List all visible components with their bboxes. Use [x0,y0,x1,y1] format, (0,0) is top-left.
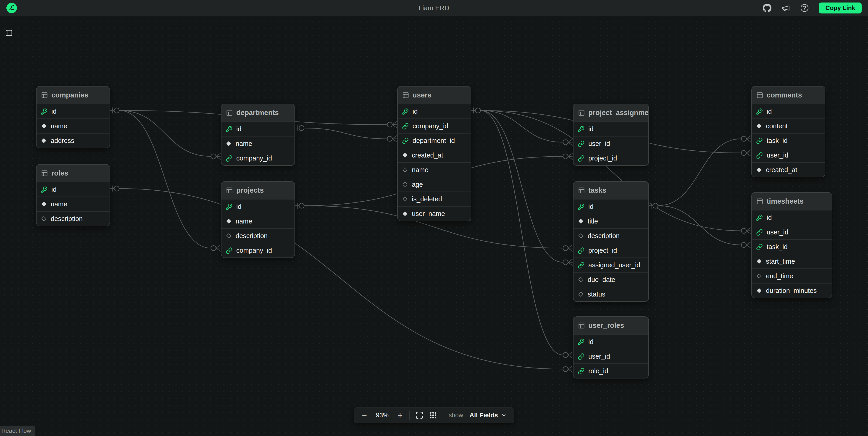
canvas-toolbar: − 93% + show All Fields [354,407,514,423]
not-null-diamond-icon [756,123,762,129]
column-name: task_id [767,243,788,251]
nullable-diamond-icon [41,216,47,222]
nullable-diamond-icon [402,196,408,202]
column-name: company_id [236,247,272,254]
column-name: address [51,137,74,145]
column-comments-id: id [752,104,825,119]
primary-key-icon [402,108,409,115]
column-name: project_id [588,247,617,254]
edge-tasks.id-timesheets.task_id [648,203,751,248]
zoom-out-button[interactable]: − [361,411,368,419]
table-node-user_roles[interactable]: user_rolesiduser_idrole_id [573,316,649,378]
table-node-users[interactable]: usersidcompany_iddepartment_idcreated_at… [397,86,471,221]
megaphone-icon[interactable] [781,4,790,12]
column-name: id [236,203,242,211]
table-header-timesheets: timesheets [752,193,832,210]
table-node-projects[interactable]: projectsidnamedescriptioncompany_id [221,181,295,258]
relationship-edges [0,16,868,436]
github-icon[interactable] [763,4,771,12]
column-name: start_time [766,258,795,265]
column-projects-description: description [221,228,294,243]
foreign-key-link-icon [578,155,584,162]
table-name: project_assignme... [588,108,648,117]
not-null-diamond-icon [756,288,762,293]
not-null-diamond-icon [402,152,408,158]
column-companies-address: address [36,133,110,148]
table-icon [41,170,48,177]
table-header-users: users [398,87,471,104]
table-name: roles [51,169,68,177]
copy-link-button[interactable]: Copy Link [819,2,862,13]
column-name: id [236,125,242,133]
column-departments-id: id [221,121,294,136]
table-node-companies[interactable]: companiesidnameaddress [36,86,110,148]
nullable-diamond-icon [226,233,232,239]
foreign-key-link-icon [578,262,584,269]
edge-users.id-project_assignments.user_id [470,107,572,146]
table-node-departments[interactable]: departmentsidnamecompany_id [221,104,295,166]
fields-filter-select[interactable]: All Fields [468,412,507,419]
column-comments-task_id: task_id [752,133,825,148]
column-name: content [766,122,788,130]
fit-view-icon[interactable] [415,411,424,419]
column-name: company_id [412,122,448,130]
help-circle-icon[interactable] [800,4,809,12]
topbar-actions: Copy Link [763,2,862,13]
nullable-diamond-icon [578,291,584,297]
panel-left-toggle-icon[interactable] [4,28,14,38]
table-node-timesheets[interactable]: timesheetsiduser_idtask_idstart_timeend_… [751,192,832,298]
primary-key-icon [41,108,48,115]
column-name: created_at [412,152,443,159]
not-null-diamond-icon [226,218,232,224]
column-name: is_deleted [412,195,442,203]
column-name: id [767,214,772,221]
column-roles-id: id [36,182,110,196]
not-null-diamond-icon [226,141,232,147]
table-icon [756,92,763,99]
table-header-departments: departments [221,104,294,121]
react-flow-attribution[interactable]: React Flow [0,426,35,436]
edge-users.id-tasks.assigned_user_id [470,107,572,266]
liam-logo-glyph: ℒ [9,4,14,11]
table-node-roles[interactable]: rolesidnamedescription [36,164,110,226]
column-departments-company_id: company_id [221,151,294,165]
table-node-tasks[interactable]: tasksidtitledescriptionproject_idassigne… [573,181,649,302]
table-node-project_assignments[interactable]: project_assignme...iduser_idproject_id [573,104,649,166]
table-header-comments: comments [752,87,825,104]
nullable-diamond-icon [578,277,584,283]
column-name: assigned_user_id [588,261,640,269]
table-header-user_roles: user_roles [574,317,648,334]
foreign-key-link-icon [578,353,584,360]
primary-key-icon [226,204,232,210]
zoom-in-button[interactable]: + [396,411,404,419]
column-name: description [236,232,268,240]
foreign-key-link-icon [402,137,409,144]
table-name: projects [236,186,264,194]
not-null-diamond-icon [41,201,47,207]
erd-canvas[interactable]: companiesidnameaddressrolesidnamedescrip… [0,16,868,436]
table-icon [578,187,585,194]
column-projects-id: id [221,199,294,214]
page-title: Liam ERD [419,4,450,12]
foreign-key-link-icon [756,137,763,144]
table-node-comments[interactable]: commentsidcontenttask_iduser_idcreated_a… [751,86,825,177]
column-name: id [588,338,594,346]
column-tasks-project_id: project_id [574,243,648,257]
column-name: name [51,200,67,208]
primary-key-icon [578,204,584,210]
zoom-level: 93% [374,412,391,419]
primary-key-icon [756,214,763,221]
column-name: user_name [412,210,445,218]
primary-key-icon [578,126,584,132]
table-header-companies: companies [36,87,110,104]
column-users-user_name: user_name [398,206,471,221]
liam-logo[interactable]: ℒ [6,3,17,13]
column-name: user_id [588,140,610,148]
foreign-key-link-icon [756,244,763,250]
column-project_assignments-id: id [574,121,648,136]
tidy-up-grid-icon[interactable] [429,411,437,419]
column-timesheets-duration_minutes: duration_minutes [752,283,832,298]
column-name: created_at [766,166,797,174]
column-tasks-status: status [574,287,648,301]
column-name: user_id [588,353,610,360]
